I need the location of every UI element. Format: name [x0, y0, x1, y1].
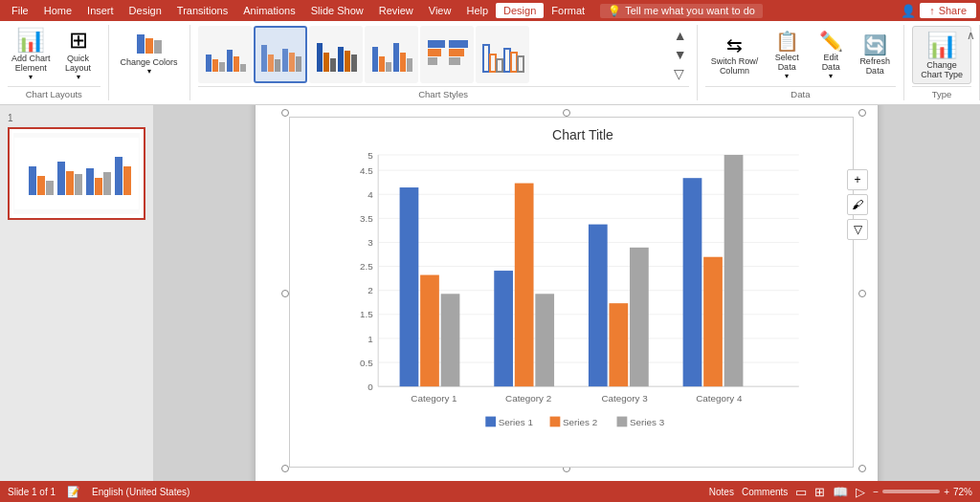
- slide-canvas[interactable]: Chart Title 0 0.5 1: [256, 105, 878, 481]
- normal-view-icon[interactable]: ▭: [795, 485, 807, 499]
- anchor-top[interactable]: [563, 109, 570, 117]
- chart-style-1-preview: [202, 35, 248, 74]
- menu-home[interactable]: Home: [36, 3, 79, 18]
- svg-rect-44: [95, 178, 102, 195]
- ribbon-collapse-arrow[interactable]: ∧: [967, 29, 975, 42]
- slide-thumbnail[interactable]: [8, 127, 145, 220]
- svg-rect-9: [282, 49, 288, 72]
- svg-rect-7: [268, 55, 274, 72]
- svg-rect-29: [449, 57, 460, 65]
- svg-rect-17: [351, 55, 357, 72]
- anchor-top-right[interactable]: [858, 109, 866, 117]
- gallery-expand[interactable]: ▽: [672, 64, 689, 83]
- slide-number: 1: [8, 113, 145, 123]
- svg-rect-26: [428, 57, 437, 65]
- anchor-left[interactable]: [281, 290, 289, 297]
- gallery-scroll-up[interactable]: ▲: [672, 26, 689, 45]
- svg-rect-1: [212, 59, 218, 72]
- search-bar-text[interactable]: Tell me what you want to do: [625, 5, 755, 16]
- chart-style-4[interactable]: [365, 26, 418, 83]
- menu-transitions[interactable]: Transitions: [169, 3, 235, 18]
- chart-style-2[interactable]: [254, 26, 307, 83]
- anchor-bottom-right[interactable]: [858, 465, 866, 472]
- svg-rect-33: [504, 49, 510, 72]
- zoom-level: 72%: [953, 487, 972, 497]
- refresh-data-button[interactable]: 🔄 RefreshData: [854, 30, 896, 79]
- zoom-in-button[interactable]: +: [944, 487, 949, 497]
- svg-rect-22: [400, 53, 406, 72]
- menu-animations[interactable]: Animations: [235, 3, 302, 18]
- gallery-scroll-down[interactable]: ▼: [672, 45, 689, 64]
- chart-brush-button[interactable]: 🖌: [847, 194, 868, 215]
- svg-text:Category 3: Category 3: [602, 393, 649, 404]
- menu-review[interactable]: Review: [371, 3, 421, 18]
- select-data-button[interactable]: 📋 SelectData ▾: [766, 26, 808, 84]
- slide-thumb-chart: [14, 138, 139, 209]
- menu-help[interactable]: Help: [458, 3, 496, 18]
- svg-rect-4: [234, 56, 239, 72]
- menu-view[interactable]: View: [421, 3, 459, 18]
- edit-data-button[interactable]: ✏️ EditData ▾: [810, 26, 852, 84]
- chart-filter-button[interactable]: ▽: [847, 219, 868, 240]
- chart-style-6-preview: [479, 35, 525, 74]
- svg-rect-31: [490, 55, 496, 72]
- svg-rect-27: [449, 40, 468, 48]
- switch-row-col-button[interactable]: ⇆ Switch Row/Column: [705, 30, 765, 79]
- refresh-data-icon: 🔄: [863, 33, 887, 56]
- chart-add-element-button[interactable]: +: [847, 169, 868, 190]
- comments-button[interactable]: Comments: [742, 487, 788, 497]
- share-icon: ↑: [929, 5, 935, 16]
- chart-style-2-preview: [257, 35, 303, 74]
- svg-rect-32: [497, 59, 502, 72]
- svg-rect-41: [66, 171, 74, 195]
- chart-style-3[interactable]: [309, 26, 363, 83]
- svg-rect-28: [449, 49, 464, 56]
- menu-file[interactable]: File: [4, 3, 36, 18]
- svg-rect-15: [338, 47, 344, 72]
- share-button[interactable]: ↑ Share: [920, 3, 976, 18]
- chart-style-1[interactable]: [198, 26, 252, 83]
- chart-layouts-label: Chart Layouts: [8, 86, 100, 100]
- menu-design-active[interactable]: Design: [496, 3, 544, 18]
- svg-rect-40: [57, 162, 65, 195]
- colors-icon: [137, 34, 162, 54]
- slide-sorter-icon[interactable]: ⊞: [814, 485, 825, 499]
- slide-info: Slide 1 of 1: [8, 487, 56, 497]
- reading-view-icon[interactable]: 📖: [833, 485, 848, 499]
- menu-slideshow[interactable]: Slide Show: [303, 3, 371, 18]
- anchor-top-left[interactable]: [281, 109, 289, 117]
- zoom-slider[interactable]: [882, 490, 940, 493]
- menu-insert[interactable]: Insert: [79, 3, 122, 18]
- svg-rect-24: [428, 40, 445, 48]
- notes-button[interactable]: Notes: [709, 487, 734, 497]
- chart-style-6[interactable]: [476, 26, 529, 83]
- change-chart-type-button[interactable]: 📊 Change Chart Type: [912, 26, 971, 84]
- add-chart-element-button[interactable]: 📊 Add Chart Element ▾: [8, 27, 55, 83]
- anchor-bottom-left[interactable]: [281, 465, 289, 472]
- svg-rect-11: [296, 56, 301, 72]
- zoom-out-button[interactable]: −: [873, 487, 879, 497]
- svg-text:3.5: 3.5: [360, 212, 373, 223]
- svg-rect-43: [86, 168, 94, 195]
- svg-text:Series 2: Series 2: [563, 416, 597, 426]
- change-chart-type-icon: 📊: [926, 31, 957, 60]
- data-group-label: Data: [705, 86, 897, 100]
- svg-rect-5: [240, 64, 246, 72]
- svg-rect-42: [75, 174, 82, 195]
- quick-layout-button[interactable]: ⊞ Quick Layout ▾: [56, 27, 100, 83]
- anchor-right[interactable]: [858, 290, 866, 297]
- notes-icon: 📝: [67, 486, 80, 498]
- svg-rect-25: [428, 49, 441, 56]
- svg-rect-21: [393, 43, 399, 72]
- svg-rect-81: [683, 178, 702, 386]
- menu-bar-right: 👤 ↑ Share: [901, 3, 976, 18]
- chart-title: Chart Title: [328, 127, 837, 142]
- zoom-control: − + 72%: [873, 487, 972, 497]
- menu-design-main[interactable]: Design: [122, 3, 169, 18]
- slide-thumb-inner: [13, 133, 140, 214]
- change-colors-button[interactable]: Change Colors ▾: [117, 33, 182, 77]
- chart-style-5[interactable]: [420, 26, 474, 83]
- svg-rect-77: [535, 294, 554, 386]
- menu-format[interactable]: Format: [544, 3, 592, 18]
- slideshow-icon[interactable]: ▷: [856, 485, 865, 499]
